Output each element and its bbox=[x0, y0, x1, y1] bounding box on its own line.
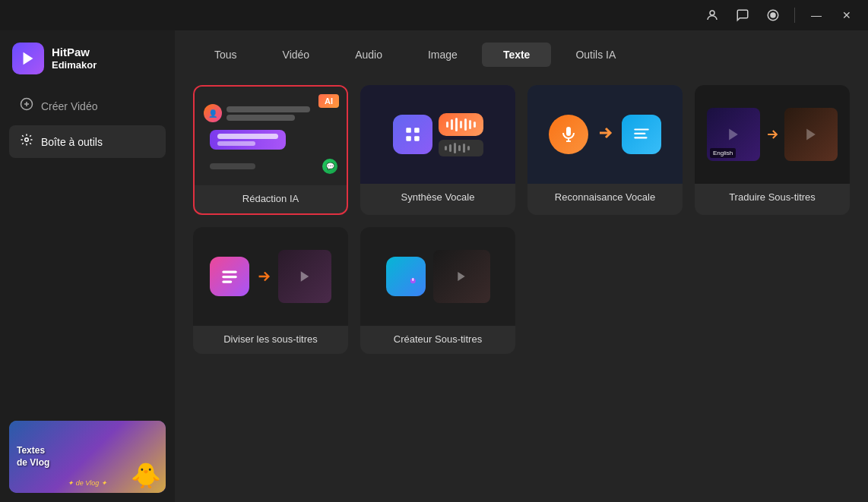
tab-outils-ia[interactable]: Outils IA bbox=[554, 43, 637, 67]
waveform-1 bbox=[439, 113, 483, 136]
card-createur-sous-titres[interactable]: Créateur Sous-titres bbox=[360, 227, 515, 354]
creer-video-icon bbox=[20, 97, 33, 115]
wave-bar-12 bbox=[463, 144, 465, 153]
svg-point-5 bbox=[25, 138, 29, 142]
svg-rect-19 bbox=[222, 276, 237, 278]
createur-thumbnail bbox=[360, 227, 515, 326]
avatar-1: 👤 bbox=[204, 104, 222, 122]
translate-arrows bbox=[765, 127, 780, 142]
createur-icon bbox=[386, 257, 426, 296]
redaction-thumbnail: AI 👤 bbox=[195, 87, 347, 185]
synthese-thumbnail bbox=[360, 85, 515, 184]
promo-text: Textes de Vlog bbox=[17, 444, 49, 470]
card-traduire-sous-titres[interactable]: English Tradui bbox=[695, 85, 850, 215]
record-icon[interactable] bbox=[761, 3, 785, 27]
bubble-line-3 bbox=[210, 163, 255, 169]
wave-bar-13 bbox=[467, 146, 470, 150]
svg-rect-6 bbox=[406, 128, 411, 133]
wave-bar-5 bbox=[464, 118, 467, 131]
profile-icon[interactable] bbox=[700, 3, 724, 27]
svg-marker-17 bbox=[806, 129, 816, 140]
wave-bar-3 bbox=[455, 118, 458, 131]
svg-rect-9 bbox=[414, 136, 420, 141]
tab-texte[interactable]: Texte bbox=[482, 43, 552, 67]
titlebar: — ✕ bbox=[0, 0, 868, 30]
card-reconnaissance-vocale[interactable]: Reconnaisance Vocale bbox=[527, 85, 683, 215]
sidebar-nav: Créer Vidéo Boîte à outils bbox=[0, 90, 175, 158]
tab-image[interactable]: Image bbox=[407, 43, 479, 67]
createur-video-thumb bbox=[433, 250, 490, 303]
svg-rect-20 bbox=[222, 280, 232, 283]
sidebar-item-creer-video[interactable]: Créer Vidéo bbox=[9, 90, 166, 122]
logo-text: HitPaw Edimakor bbox=[52, 46, 97, 71]
card-label-diviser: Diviser les sous-titres bbox=[193, 326, 348, 354]
sidebar-item-boite-outils[interactable]: Boîte à outils bbox=[9, 125, 166, 158]
left-badge: English bbox=[710, 148, 736, 158]
tab-bar: Tous Vidéo Audio Image Texte Outils IA bbox=[175, 30, 868, 76]
bubble-line-1 bbox=[227, 106, 310, 112]
svg-rect-13 bbox=[634, 128, 649, 130]
sidebar-item-label-boite: Boîte à outils bbox=[41, 136, 103, 148]
tab-tous[interactable]: Tous bbox=[193, 43, 258, 67]
chat-row-2: 💬 bbox=[204, 159, 337, 174]
svg-point-0 bbox=[710, 11, 714, 15]
promo-image: Textes de Vlog 🐥 ✦ de Vlog ✦ bbox=[9, 421, 166, 493]
video-right-content bbox=[784, 108, 838, 161]
titlebar-divider bbox=[794, 8, 795, 23]
svg-rect-7 bbox=[414, 128, 420, 133]
sidebar-bottom: Textes de Vlog 🐥 ✦ de Vlog ✦ bbox=[0, 412, 175, 502]
purple-line-2 bbox=[217, 141, 255, 146]
content-area: Tous Vidéo Audio Image Texte Outils IA A… bbox=[175, 30, 868, 502]
main-layout: HitPaw Edimakor Créer Vidéo Boî bbox=[0, 30, 868, 502]
wave-bar-6 bbox=[469, 120, 471, 129]
logo-area: HitPaw Edimakor bbox=[0, 30, 175, 90]
waveform-2 bbox=[439, 140, 483, 156]
tab-video[interactable]: Vidéo bbox=[261, 43, 331, 67]
promo-script: ✦ de Vlog ✦ bbox=[68, 479, 107, 487]
svg-marker-21 bbox=[301, 271, 309, 282]
card-synthese-vocale[interactable]: Synthèse Vocale bbox=[360, 85, 515, 215]
chat-icon[interactable] bbox=[730, 3, 755, 27]
app-subtitle: Edimakor bbox=[52, 59, 97, 71]
promo-line1: Textes bbox=[17, 445, 45, 456]
ai-badge: AI bbox=[318, 94, 339, 108]
wave-bar-7 bbox=[474, 122, 476, 128]
card-label-redaction: Rédaction IA bbox=[195, 185, 347, 213]
text-icon-box bbox=[622, 115, 661, 154]
card-label-synthese: Synthèse Vocale bbox=[360, 184, 515, 212]
promo-banner[interactable]: Textes de Vlog 🐥 ✦ de Vlog ✦ bbox=[9, 421, 166, 493]
svg-marker-3 bbox=[24, 52, 33, 65]
svg-marker-16 bbox=[729, 129, 738, 140]
createur-play bbox=[433, 250, 490, 303]
tab-audio[interactable]: Audio bbox=[334, 43, 404, 67]
wave-bar-10 bbox=[454, 143, 456, 153]
bubble-line-2 bbox=[227, 115, 295, 121]
arrow-right-icon bbox=[596, 124, 614, 146]
wave-bar-4 bbox=[460, 121, 462, 128]
mic-circle bbox=[549, 115, 588, 154]
card-label-reconnais: Reconnaisance Vocale bbox=[527, 184, 683, 212]
minimize-button[interactable]: — bbox=[804, 3, 828, 27]
card-redaction-ia[interactable]: AI 👤 bbox=[193, 85, 348, 215]
svg-marker-24 bbox=[458, 272, 464, 281]
svg-rect-14 bbox=[634, 133, 645, 134]
cards-grid: AI 👤 bbox=[175, 76, 868, 372]
wave-bar-2 bbox=[451, 119, 453, 130]
synthese-icon-box bbox=[393, 115, 432, 154]
wave-bar-11 bbox=[458, 145, 461, 151]
logo-icon bbox=[12, 43, 44, 74]
card-label-createur: Créateur Sous-titres bbox=[360, 326, 515, 354]
wave-bar-8 bbox=[445, 146, 447, 150]
promo-character: 🐥 bbox=[131, 461, 161, 490]
titlebar-icons: — ✕ bbox=[700, 3, 859, 27]
createur-content bbox=[386, 250, 490, 303]
purple-line-1 bbox=[217, 134, 278, 139]
diviser-icon bbox=[210, 257, 249, 296]
chat-row-1: 👤 bbox=[204, 104, 337, 122]
svg-rect-10 bbox=[566, 127, 571, 136]
app-name: HitPaw bbox=[52, 46, 97, 59]
sidebar-item-label-creer: Créer Vidéo bbox=[41, 100, 97, 112]
card-diviser-sous-titres[interactable]: Diviser les sous-titres bbox=[193, 227, 348, 354]
close-button[interactable]: ✕ bbox=[835, 3, 859, 27]
promo-line2: de Vlog bbox=[17, 458, 49, 469]
